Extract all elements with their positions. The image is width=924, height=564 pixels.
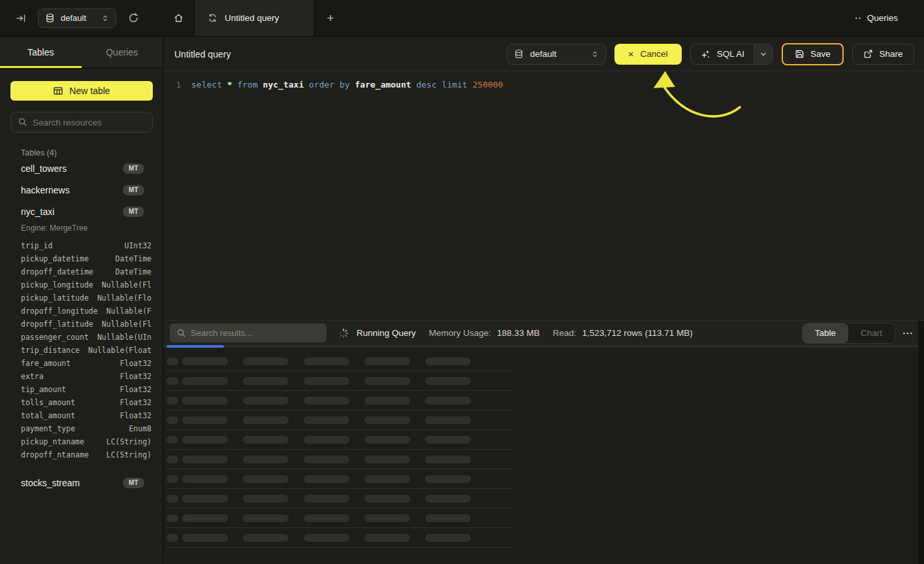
- column-type: DateTime: [116, 267, 151, 276]
- tab-label: Untitled query: [225, 13, 279, 23]
- toggle-chart[interactable]: Chart: [848, 323, 895, 343]
- database-selector[interactable]: default: [38, 8, 116, 28]
- view-toggle: Table Chart: [802, 323, 895, 344]
- table-column-row[interactable]: pickup_longitude Nullable(Fl: [21, 278, 151, 291]
- skeleton-row: [167, 469, 513, 489]
- table-column-row[interactable]: passenger_count Nullable(UIn: [21, 331, 151, 344]
- table-column-row[interactable]: dropoff_datetime DateTime: [21, 265, 151, 278]
- database-icon: [45, 13, 55, 23]
- sql-token: limit: [442, 80, 473, 90]
- table-engine-label: Engine: MergeTree: [10, 224, 152, 233]
- tab-untitled-query[interactable]: Untitled query: [194, 0, 315, 36]
- sql-ai-dropdown[interactable]: [754, 44, 773, 64]
- engine-badge: MT: [123, 478, 144, 488]
- top-bar-left: default: [0, 0, 163, 36]
- table-column-row[interactable]: pickup_latitude Nullable(Flo: [21, 291, 151, 305]
- skeleton-row: [167, 430, 513, 450]
- tab-strip: Untitled query +: [163, 0, 855, 36]
- spinner-icon: [338, 328, 349, 339]
- column-type: LC(String): [106, 450, 151, 459]
- column-type: UInt32: [124, 241, 151, 250]
- read-value: 1,523,712 rows (113.71 MB): [582, 328, 692, 338]
- body: Tables Queries New table Tables (4): [0, 37, 924, 564]
- results-panel: Running Query Memory Usage: 188.33 MB Re…: [163, 320, 924, 564]
- table-column-row[interactable]: pickup_ntaname LC(String): [21, 435, 151, 448]
- sync-icon: [208, 13, 217, 23]
- sidebar-tab-queries[interactable]: Queries: [82, 37, 163, 67]
- column-name: dropoff_latitude: [21, 320, 93, 329]
- table-item-nyc-taxi[interactable]: nyc_taxi MT: [10, 201, 152, 222]
- skeleton-row: [167, 391, 513, 410]
- save-button[interactable]: Save: [782, 43, 844, 65]
- table-grid-icon: [53, 86, 63, 96]
- table-column-row[interactable]: total_amount Float32: [21, 409, 151, 422]
- toggle-table[interactable]: Table: [803, 323, 848, 343]
- sql-token: desc: [416, 80, 441, 90]
- search-results-input[interactable]: [170, 323, 327, 342]
- table-column-row[interactable]: tip_amount Float32: [21, 383, 151, 396]
- table-column-row[interactable]: pickup_datetime DateTime: [21, 252, 151, 265]
- sql-ai-main[interactable]: SQL AI: [691, 44, 754, 64]
- cancel-button[interactable]: × Cancel: [614, 44, 682, 65]
- search-icon: [18, 117, 27, 127]
- floppy-icon: [795, 49, 805, 59]
- close-icon: ×: [628, 49, 634, 59]
- column-name: pickup_longitude: [21, 280, 93, 290]
- table-column-row[interactable]: payment_type Enum8: [21, 422, 151, 435]
- query-header-controls: default × Cancel: [507, 43, 914, 65]
- table-column-row[interactable]: tolls_amount Float32: [21, 396, 151, 409]
- sql-ai-button[interactable]: SQL AI: [690, 44, 773, 65]
- column-type: Float32: [120, 411, 151, 420]
- queries-link[interactable]: Queries: [855, 0, 924, 36]
- skeleton-row: [167, 352, 513, 371]
- top-bar: default Untitled query: [0, 0, 924, 37]
- table-column-row[interactable]: dropoff_latitude Nullable(Fl: [21, 318, 151, 331]
- queries-link-label: Queries: [867, 13, 898, 23]
- column-name: trip_distance: [21, 346, 80, 355]
- engine-badge: MT: [123, 185, 144, 195]
- sql-ai-label: SQL AI: [717, 49, 744, 59]
- column-name: trip_id: [21, 241, 52, 250]
- query-database-selector[interactable]: default: [507, 44, 606, 65]
- share-icon: [863, 49, 873, 59]
- sql-token: fare_amount: [355, 80, 417, 90]
- skeleton-row: [167, 528, 513, 548]
- column-type: DateTime: [116, 254, 151, 263]
- refresh-icon[interactable]: [124, 9, 142, 27]
- sidebar-tab-tables[interactable]: Tables: [0, 37, 82, 67]
- sql-token: from: [237, 80, 263, 90]
- line-number: 1: [174, 78, 181, 92]
- column-type: Nullable(Float: [88, 346, 151, 355]
- table-item-hackernews[interactable]: hackernews MT: [10, 179, 152, 201]
- table-column-row[interactable]: extra Float32: [21, 370, 151, 383]
- column-type: LC(String): [106, 437, 151, 446]
- sidebar-content: New table Tables (4) cell_towers MT hack…: [0, 68, 163, 493]
- memory-usage-label: Memory Usage:: [429, 328, 491, 338]
- engine-badge: MT: [123, 163, 144, 174]
- column-type: Float32: [120, 359, 151, 368]
- read-label: Read:: [552, 328, 576, 338]
- results-scrollbar[interactable]: [918, 321, 924, 564]
- table-column-row[interactable]: dropoff_ntaname LC(String): [21, 448, 151, 461]
- table-item-cell-towers[interactable]: cell_towers MT: [10, 158, 152, 179]
- share-button[interactable]: Share: [852, 44, 914, 65]
- column-name: total_amount: [21, 411, 75, 420]
- sql-token: nyc_taxi: [263, 80, 309, 90]
- table-column-row[interactable]: fare_amount Float32: [21, 357, 151, 370]
- column-type: Enum8: [129, 424, 151, 433]
- home-tab[interactable]: [163, 0, 194, 36]
- table-item-stocks-stream[interactable]: stocks_stream MT: [10, 472, 152, 493]
- query-database-value: default: [530, 49, 584, 59]
- sql-editor[interactable]: 1 select * from nyc_taxi order by fare_a…: [163, 71, 924, 320]
- dots-icon: [855, 14, 862, 22]
- collapse-sidebar-icon[interactable]: [12, 9, 30, 27]
- table-column-row[interactable]: dropoff_longitude Nullable(F: [21, 305, 151, 318]
- table-column-row[interactable]: trip_id UInt32: [21, 239, 151, 252]
- more-options-icon[interactable]: [902, 328, 914, 339]
- new-tab-button[interactable]: +: [315, 0, 346, 36]
- search-resources-input[interactable]: [10, 112, 153, 133]
- table-column-row[interactable]: trip_distance Nullable(Float: [21, 344, 151, 357]
- column-name: payment_type: [21, 424, 75, 433]
- column-name: pickup_datetime: [21, 254, 89, 263]
- new-table-button[interactable]: New table: [10, 81, 153, 101]
